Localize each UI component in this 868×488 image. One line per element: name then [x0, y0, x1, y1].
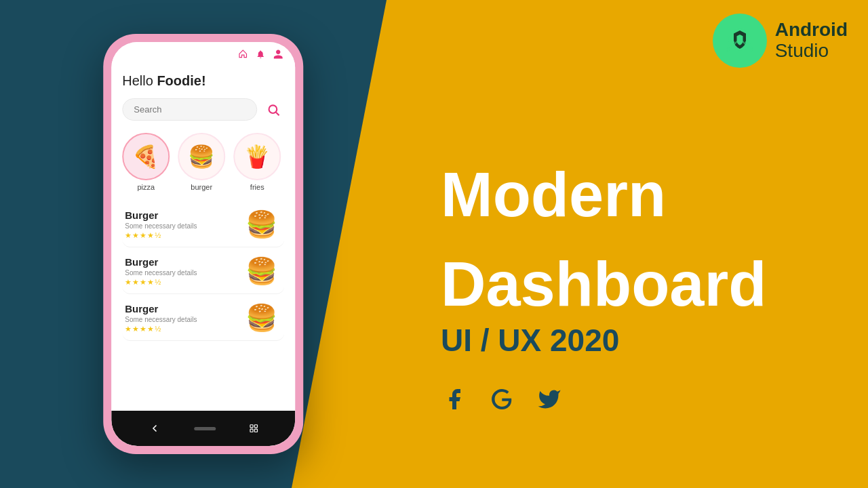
- google-icon[interactable]: [488, 386, 515, 413]
- food-stars-2: ★★★★½: [125, 278, 235, 287]
- food-info-3: Burger Some necessary details ★★★★½: [125, 303, 235, 333]
- food-details-3: Some necessary details: [125, 316, 235, 323]
- phone-container: Hello Foodie!: [103, 34, 303, 454]
- category-burger[interactable]: 🍔 burger: [178, 133, 225, 191]
- recents-button[interactable]: [249, 424, 258, 433]
- android-word: Android: [775, 20, 848, 41]
- svg-line-2: [276, 112, 279, 115]
- fries-circle: 🍟: [233, 133, 281, 180]
- search-bar: [122, 98, 284, 121]
- phone-outer: Hello Foodie!: [103, 34, 303, 454]
- food-info-2: Burger Some necessary details ★★★★½: [125, 256, 235, 287]
- main-title-line1: Modern: [441, 163, 767, 226]
- studio-word: Studio: [775, 41, 848, 62]
- greeting-text: Hello Foodie!: [122, 73, 284, 89]
- android-logo-icon: [713, 14, 767, 68]
- svg-rect-3: [250, 425, 253, 428]
- burger-label: burger: [191, 183, 212, 191]
- search-input[interactable]: [134, 104, 245, 115]
- food-item-3[interactable]: Burger Some necessary details ★★★★½ 🍔: [122, 296, 284, 341]
- food-name-1: Burger: [125, 209, 235, 221]
- main-title-line2: Dashboard: [441, 253, 767, 315]
- food-name-3: Burger: [125, 303, 235, 314]
- search-button[interactable]: [262, 99, 284, 121]
- user-icon[interactable]: [272, 48, 284, 60]
- sub-title: UI / UX 2020: [441, 322, 767, 359]
- home-button[interactable]: [194, 427, 216, 430]
- food-item-2[interactable]: Burger Some necessary details ★★★★½ 🍔: [122, 249, 284, 294]
- svg-rect-5: [250, 429, 253, 432]
- food-image-1: 🍔: [241, 207, 281, 241]
- left-panel: Hello Foodie!: [0, 0, 387, 488]
- category-pizza[interactable]: 🍕 pizza: [122, 133, 170, 191]
- burger-circle: 🍔: [178, 133, 225, 180]
- categories-row: 🍕 pizza 🍔 burger 🍟 fries: [122, 133, 284, 191]
- category-fries[interactable]: 🍟 fries: [233, 133, 281, 191]
- search-input-wrapper[interactable]: [122, 98, 257, 121]
- food-stars-1: ★★★★½: [125, 231, 235, 240]
- svg-rect-6: [254, 429, 257, 432]
- food-details-2: Some necessary details: [125, 269, 235, 277]
- twitter-icon[interactable]: [536, 386, 563, 413]
- food-list: Burger Some necessary details ★★★★½ 🍔 Bu…: [122, 202, 284, 341]
- main-content: Modern Dashboard UI / UX 2020: [441, 136, 767, 359]
- phone-bottom-nav: [111, 411, 295, 446]
- pizza-label: pizza: [137, 183, 155, 191]
- facebook-icon[interactable]: [441, 386, 468, 413]
- pizza-circle: 🍕: [122, 133, 170, 180]
- location-icon: [237, 48, 249, 60]
- svg-marker-0: [239, 50, 247, 58]
- phone-status-bar: [111, 42, 295, 66]
- phone-content: Hello Foodie!: [111, 66, 295, 411]
- food-image-2: 🍔: [241, 254, 281, 288]
- food-image-3: 🍔: [241, 301, 281, 335]
- social-icons: [441, 386, 563, 413]
- back-button[interactable]: [149, 422, 161, 434]
- android-studio-text: Android Studio: [775, 20, 848, 62]
- fries-label: fries: [250, 183, 264, 191]
- food-stars-3: ★★★★½: [125, 325, 235, 333]
- android-studio-logo: Android Studio: [713, 14, 848, 68]
- phone-inner: Hello Foodie!: [111, 42, 295, 446]
- svg-point-1: [269, 105, 277, 113]
- right-panel: Android Studio Modern Dashboard UI / UX …: [387, 0, 868, 488]
- notification-icon: [254, 48, 267, 60]
- food-info-1: Burger Some necessary details ★★★★½: [125, 209, 235, 240]
- food-name-2: Burger: [125, 256, 235, 268]
- food-details-1: Some necessary details: [125, 222, 235, 230]
- food-item-1[interactable]: Burger Some necessary details ★★★★½ 🍔: [122, 202, 284, 247]
- svg-rect-4: [254, 425, 257, 428]
